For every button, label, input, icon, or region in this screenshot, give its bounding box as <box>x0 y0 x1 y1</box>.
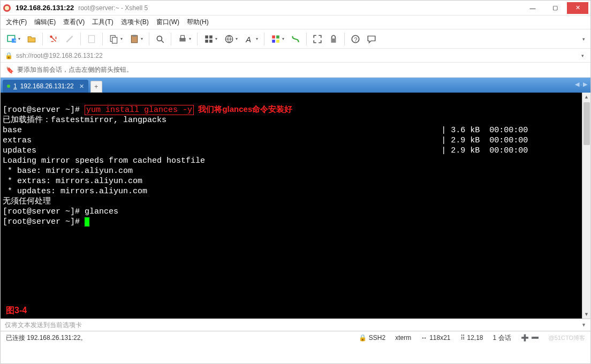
highlighted-command: yum install glances -y <box>85 105 194 115</box>
send-input-bar[interactable]: 仅将文本发送到当前选项卡 ▼ <box>1 318 590 331</box>
bookmark-icon[interactable]: 🔖 <box>6 66 14 74</box>
new-session-button[interactable]: + <box>4 32 23 47</box>
prompt: [root@server ~]# <box>3 105 85 115</box>
status-connection: 已连接 192.168.26.131:22。 <box>6 333 349 343</box>
scroll-thumb[interactable] <box>584 102 590 145</box>
svg-rect-15 <box>205 35 208 39</box>
app-icon <box>3 4 11 12</box>
find-button[interactable] <box>153 32 168 47</box>
status-bar: 已连接 192.168.26.131:22。 🔒SSH2 xterm ↔118x… <box>1 331 590 344</box>
svg-line-12 <box>161 40 164 43</box>
copy-button[interactable] <box>106 32 125 47</box>
menu-file[interactable]: 文件(F) <box>6 18 27 27</box>
cursor-icon: ⠿ <box>460 334 465 342</box>
terminal-line: 已加载插件：fastestmirror, langpacks <box>3 116 166 125</box>
terminal-line: * updates: mirrors.aliyun.com <box>3 187 147 196</box>
status-cursor: 12,18 <box>467 334 483 342</box>
svg-rect-10 <box>132 35 136 36</box>
window-subtitle: root@server:~ - Xshell 5 <box>78 4 148 12</box>
svg-rect-6 <box>88 35 94 43</box>
svg-text:?: ? <box>354 36 357 42</box>
terminal-scrollbar[interactable]: ▲ ▼ <box>582 93 590 318</box>
svg-rect-24 <box>276 40 279 43</box>
fullscreen-button[interactable] <box>310 32 325 47</box>
session-tab[interactable]: 1 192.168.26.131:22 ✕ <box>3 80 88 93</box>
svg-point-11 <box>157 36 162 41</box>
status-term: xterm <box>395 334 411 342</box>
add-tab-button[interactable]: + <box>90 81 102 93</box>
input-dropdown-icon[interactable]: ▼ <box>581 322 586 328</box>
disconnect-button[interactable] <box>62 32 77 47</box>
svg-rect-23 <box>272 40 275 43</box>
lock-button[interactable] <box>326 32 341 47</box>
terminal-line: base | 3.6 kB 00:00:00 <box>3 126 528 135</box>
open-button[interactable] <box>24 32 39 47</box>
terminal[interactable]: [root@server ~]# yum install glances -y … <box>1 93 582 318</box>
layout-button[interactable] <box>201 32 220 47</box>
sessions-plus-icon[interactable]: ➕ <box>521 334 529 342</box>
encoding-button[interactable] <box>221 32 240 47</box>
addrbar-overflow-button[interactable]: ▾ <box>579 48 586 63</box>
svg-text:A: A <box>245 35 251 43</box>
window-title: 192.168.26.131:22 <box>16 4 74 12</box>
scroll-up-icon[interactable]: ▲ <box>582 93 590 101</box>
svg-point-5 <box>50 35 52 38</box>
chat-button[interactable] <box>364 32 379 47</box>
svg-rect-17 <box>205 40 208 43</box>
minimize-button[interactable]: — <box>522 2 543 14</box>
size-icon: ↔ <box>421 334 427 342</box>
terminal-line: updates | 2.9 kB 00:00:00 <box>3 146 528 155</box>
status-dot-icon <box>7 85 10 88</box>
reconnect-button[interactable] <box>46 32 61 47</box>
paste-button[interactable] <box>126 32 146 47</box>
info-text: 要添加当前会话，点击左侧的箭头按钮。 <box>17 65 133 74</box>
menu-tabs[interactable]: 选项卡(B) <box>121 18 149 27</box>
svg-rect-22 <box>276 35 279 39</box>
scroll-down-icon[interactable]: ▼ <box>582 310 590 318</box>
session-tab-label: 192.168.26.131:22 <box>20 82 74 90</box>
svg-rect-14 <box>180 35 184 39</box>
properties-button[interactable] <box>84 32 99 47</box>
terminal-line: Loading mirror speeds from cached hostfi… <box>3 156 205 165</box>
toolbar-overflow-button[interactable]: ▾ <box>580 32 587 47</box>
font-button[interactable]: A <box>241 32 261 47</box>
session-tab-index: 1 <box>13 82 17 90</box>
toolbar: + A ? ▾ <box>1 29 590 49</box>
figure-label: 图3-4 <box>6 305 27 315</box>
menu-view[interactable]: 查看(V) <box>63 18 85 27</box>
svg-rect-18 <box>209 40 213 43</box>
address-text[interactable]: ssh://root@192.168.26.131:22 <box>16 52 575 59</box>
sessions-minus-icon[interactable]: ➖ <box>531 334 539 342</box>
address-bar: 🔒 ssh://root@192.168.26.131:22 ▾ <box>1 49 590 63</box>
watermark-text: @51CTO博客 <box>549 334 585 342</box>
svg-point-1 <box>5 6 9 10</box>
terminal-line: 无须任何处理 <box>3 197 51 206</box>
terminal-line: extras | 2.9 kB 00:00:00 <box>3 136 528 145</box>
menu-window[interactable]: 窗口(W) <box>156 18 179 27</box>
svg-rect-16 <box>209 35 213 39</box>
close-tab-icon[interactable]: ✕ <box>79 83 84 90</box>
terminal-line: * base: mirrors.aliyun.com <box>3 166 133 176</box>
menu-tools[interactable]: 工具(T) <box>92 18 113 27</box>
close-button[interactable]: ✕ <box>567 2 588 14</box>
svg-rect-21 <box>272 35 275 39</box>
tab-nav-arrows[interactable]: ◀·▶ <box>575 81 587 88</box>
svg-rect-8 <box>112 37 117 43</box>
title-bar: 192.168.26.131:22 root@server:~ - Xshell… <box>1 1 590 16</box>
cursor-block <box>85 217 89 226</box>
svg-text:+: + <box>13 37 16 43</box>
color-button[interactable] <box>268 32 287 47</box>
menu-bar: 文件(F) 编辑(E) 查看(V) 工具(T) 选项卡(B) 窗口(W) 帮助(… <box>1 16 590 29</box>
info-bar: 🔖 要添加当前会话，点击左侧的箭头按钮。 <box>1 63 590 78</box>
menu-help[interactable]: 帮助(H) <box>187 18 209 27</box>
script-button[interactable] <box>288 32 303 47</box>
menu-edit[interactable]: 编辑(E) <box>34 18 56 27</box>
terminal-line: [root@server ~]# <box>3 217 85 226</box>
print-button[interactable] <box>175 32 194 47</box>
status-protocol: SSH2 <box>369 334 385 342</box>
maximize-button[interactable]: ▢ <box>544 2 566 14</box>
lock-small-icon: 🔒 <box>359 334 367 342</box>
help-button[interactable]: ? <box>348 32 363 47</box>
terminal-area: [root@server ~]# yum install glances -y … <box>1 93 590 318</box>
annotation-text: 我们将glances命令安装好 <box>194 104 292 113</box>
